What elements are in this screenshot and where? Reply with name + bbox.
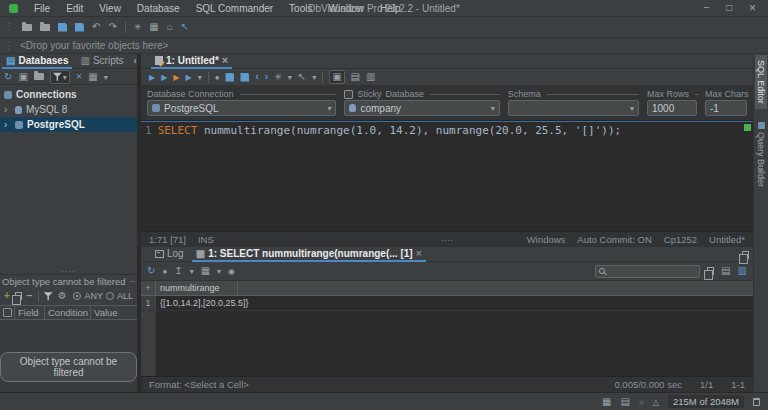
format-sql-icon[interactable] xyxy=(298,72,306,82)
garbage-collect-icon[interactable] xyxy=(753,398,760,406)
radio-any[interactable] xyxy=(73,292,81,300)
save-script-icon[interactable] xyxy=(225,73,234,82)
execute-options-icon[interactable] xyxy=(198,72,202,82)
copy-cells-icon[interactable] xyxy=(707,267,714,275)
show-grid-icon[interactable] xyxy=(366,72,375,82)
menu-database[interactable]: Database xyxy=(129,3,188,14)
rerun-icon[interactable] xyxy=(147,266,155,276)
execute-current-icon[interactable] xyxy=(173,72,179,82)
warnings-icon[interactable] xyxy=(653,397,659,407)
expander-icon[interactable]: › xyxy=(4,104,11,115)
duplicate-filter-icon[interactable] xyxy=(15,292,22,300)
row-number[interactable]: 1 xyxy=(141,296,156,310)
home-icon[interactable] xyxy=(167,22,173,32)
remove-filter-icon[interactable] xyxy=(27,291,33,301)
tab-databases[interactable]: Databases xyxy=(0,55,74,68)
detach-results-icon[interactable] xyxy=(742,251,749,259)
column-view-icon[interactable] xyxy=(738,266,747,276)
menu-tools[interactable]: Tools xyxy=(281,3,320,14)
show-log-icon[interactable] xyxy=(351,72,360,82)
tab-result-set[interactable]: 1: SELECT nummultirange(numrange(... [1] xyxy=(190,248,428,261)
filter-toggle-button[interactable] xyxy=(50,70,70,84)
menu-view[interactable]: View xyxy=(91,3,129,14)
pin-results-icon[interactable] xyxy=(228,266,235,276)
stop-icon[interactable] xyxy=(215,72,220,82)
tab-scripts[interactable]: Scripts xyxy=(74,55,129,68)
max-chars-input[interactable]: -1 xyxy=(705,100,747,116)
layout-icon[interactable] xyxy=(88,72,97,82)
history-chevron-icon[interactable] xyxy=(288,72,292,82)
favorites-drag-handle[interactable] xyxy=(4,41,14,51)
close-tab-icon[interactable] xyxy=(416,248,422,259)
undo-icon[interactable] xyxy=(92,22,100,32)
open-file-icon[interactable] xyxy=(22,24,32,31)
expander-icon[interactable]: › xyxy=(4,119,11,130)
save-icon[interactable] xyxy=(58,23,67,32)
tree-item-mysql[interactable]: › MySQL 8 xyxy=(0,102,137,117)
memory-indicator[interactable]: 215M of 2048M xyxy=(668,395,744,408)
record-icon[interactable] xyxy=(162,266,167,276)
tree-root-connections[interactable]: Connections xyxy=(0,87,137,102)
column-header-nummultirange[interactable]: nummultirange xyxy=(156,281,238,295)
layout-chevron-icon[interactable] xyxy=(104,72,108,82)
new-folder-icon[interactable] xyxy=(34,73,44,80)
schema-select[interactable] xyxy=(508,100,639,116)
encoding[interactable]: Cp1252 xyxy=(664,234,697,245)
save-all-icon[interactable] xyxy=(75,23,84,32)
minimize-icon[interactable] xyxy=(704,1,710,15)
history-back-icon[interactable] xyxy=(255,72,258,82)
sql-history-icon[interactable] xyxy=(274,72,282,82)
export-icon[interactable] xyxy=(174,266,182,276)
dock-tab-sql-editor[interactable]: SQL Editor xyxy=(755,55,767,109)
menu-edit[interactable]: Edit xyxy=(58,3,91,14)
filter-settings-icon[interactable] xyxy=(58,291,67,301)
execute-buffer-icon[interactable] xyxy=(161,72,167,82)
grid-row[interactable]: 1 {[1.0,14.2],[20.0,25.5]} xyxy=(141,296,753,311)
execute-explain-icon[interactable] xyxy=(185,72,191,82)
history-forward-icon[interactable] xyxy=(265,72,268,82)
dock-tab-query-builder[interactable]: Query Builder xyxy=(755,117,767,192)
new-connection-icon[interactable] xyxy=(18,72,27,82)
export-chevron-icon[interactable] xyxy=(190,266,194,276)
sticky-checkbox[interactable] xyxy=(344,90,353,99)
row-view-icon[interactable] xyxy=(721,266,730,276)
filter-disabled-button[interactable]: Object type cannot be filtered xyxy=(0,352,137,382)
search-input[interactable] xyxy=(608,266,696,276)
pointer-tool-icon[interactable] xyxy=(181,22,189,32)
execute-icon[interactable] xyxy=(149,72,155,82)
column-field[interactable]: Field xyxy=(15,306,45,319)
column-value[interactable]: Value xyxy=(91,306,137,319)
column-condition[interactable]: Condition xyxy=(45,306,91,319)
menu-help[interactable]: Help xyxy=(372,3,409,14)
add-filter-icon[interactable] xyxy=(4,291,10,301)
save-script-as-icon[interactable] xyxy=(240,73,249,82)
grid-status-icon[interactable] xyxy=(602,397,611,407)
tabs-back-icon[interactable] xyxy=(134,56,137,66)
connection-select[interactable]: PostgreSQL xyxy=(147,100,336,116)
grid-corner-cell[interactable]: + xyxy=(141,281,156,295)
grid-view-chevron-icon[interactable] xyxy=(217,266,221,276)
format-chevron-icon[interactable] xyxy=(312,72,316,82)
menu-sql-commander[interactable]: SQL Commander xyxy=(188,3,281,14)
sql-editor[interactable]: 1SELECT nummultirange(numrange(1.0, 14.2… xyxy=(141,121,753,231)
monitor-icon[interactable] xyxy=(149,22,158,32)
cell-value[interactable]: {[1.0,14.2],[20.0,25.5]} xyxy=(156,296,253,310)
log-status-icon[interactable] xyxy=(621,397,630,407)
sidebar-splitter[interactable]: ···· xyxy=(0,267,137,274)
menu-file[interactable]: File xyxy=(26,3,58,14)
radio-all[interactable] xyxy=(106,292,114,300)
tab-untitled[interactable]: 1: Untitled* xyxy=(149,55,234,68)
toggle-editor-option-button[interactable] xyxy=(329,70,344,84)
tree-item-postgresql[interactable]: › PostgreSQL xyxy=(0,117,137,132)
cell-format[interactable]: Format: <Select a Cell> xyxy=(149,379,249,390)
connection-status-icon[interactable] xyxy=(639,397,644,407)
collapse-all-icon[interactable] xyxy=(76,71,82,82)
maximize-icon[interactable] xyxy=(725,1,733,15)
database-select[interactable]: company xyxy=(344,100,499,116)
apply-filter-icon[interactable] xyxy=(44,292,53,301)
grid-view-icon[interactable] xyxy=(201,266,210,276)
toolbar-drag-handle[interactable] xyxy=(4,22,14,32)
open-recent-icon[interactable] xyxy=(40,24,50,31)
line-ending[interactable]: Windows xyxy=(527,234,566,245)
tab-log[interactable]: Log xyxy=(149,248,190,261)
